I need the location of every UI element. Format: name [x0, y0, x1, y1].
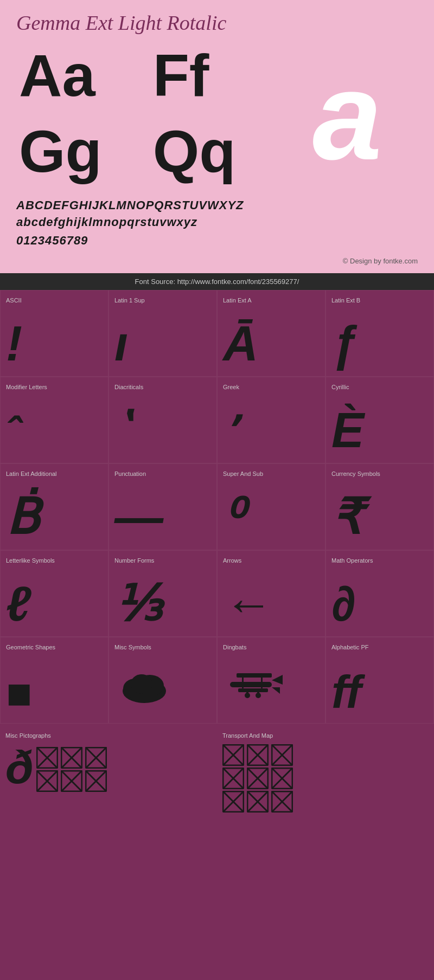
glyph-cell-geometric: Geometric Shapes ■	[0, 637, 108, 724]
glyph-label-dingbats: Dingbats	[223, 644, 246, 650]
glyph-cell-currency: Currency Symbols ₹	[326, 463, 434, 550]
font-title: Gemma Ext Light Rotalic	[16, 11, 418, 35]
glyph-label-latinextb: Latin Ext B	[331, 297, 360, 304]
big-letter: a	[312, 54, 382, 178]
glyph-cell-supersub: Super And Sub ⁰	[217, 463, 326, 550]
glyph-char-mathops: ∂	[331, 579, 355, 628]
glyph-char-numberforms: ⅓	[114, 579, 162, 628]
svg-rect-5	[237, 673, 272, 678]
misc-symbols-glyph	[114, 661, 174, 707]
glyph-cell-alphabeticpf: Alphabetic PF ff	[326, 637, 434, 724]
svg-rect-6	[238, 688, 268, 692]
glyph-label-latinextadd: Latin Ext Additional	[6, 470, 57, 477]
svg-marker-9	[272, 675, 283, 685]
svg-point-11	[230, 682, 235, 687]
glyph-char-ascii: !	[6, 319, 22, 368]
big-letter-display: a	[277, 40, 418, 192]
glyph-cell-misc-symbols: Misc Symbols	[108, 637, 217, 724]
svg-rect-7	[242, 673, 244, 688]
letter-pair-gg: Gg	[16, 116, 150, 192]
glyph-char-geometric: ■	[6, 672, 32, 715]
glyph-label-cyrillic: Cyrillic	[331, 384, 349, 390]
transport-grid	[222, 744, 429, 789]
bottom-glyph-row: Misc Pictographs ð Transport And Map	[0, 724, 434, 815]
glyph-char-modifier: ˆ	[6, 411, 21, 455]
svg-rect-4	[231, 682, 272, 687]
uppercase-alphabet: ABCDEFGHIJKLMNOPQRSTUVWXYZ	[16, 197, 418, 214]
svg-point-3	[131, 674, 152, 694]
transport-and-map-section: Transport And Map	[217, 728, 434, 815]
glyph-cell-numberforms: Number Forms ⅓	[108, 550, 217, 637]
glyph-char-supersub: ⁰	[223, 493, 242, 541]
glyph-char-diacriticals: ʽ	[114, 411, 128, 455]
glyph-label-numberforms: Number Forms	[114, 557, 154, 564]
source-text: Font Source: http://www.fontke.com/font/…	[135, 278, 299, 286]
glyph-char-alphabeticpf: ff	[331, 669, 361, 715]
glyph-cell-latinexta: Latin Ext A Ā	[217, 290, 326, 377]
glyph-cell-diacriticals: Diacriticals ʽ	[108, 377, 217, 463]
glyph-grid: ASCII ! Latin 1 Sup ı Latin Ext A Ā Lati…	[0, 290, 434, 724]
glyph-cell-letterlike: Letterlike Symbols ℓ	[0, 550, 108, 637]
glyph-label-greek: Greek	[223, 384, 239, 390]
glyph-label-latin1sup: Latin 1 Sup	[114, 297, 145, 304]
glyph-label-arrows: Arrows	[223, 557, 241, 564]
glyph-cell-greek: Greek ʼ	[217, 377, 326, 463]
letter-pair-ff: Ff	[150, 40, 284, 116]
glyph-label-misc-symbols: Misc Symbols	[114, 644, 151, 650]
glyph-char-greek: ʼ	[223, 411, 237, 455]
svg-rect-8	[261, 673, 263, 688]
transport-label: Transport And Map	[222, 732, 429, 739]
glyph-char-latinexta: Ā	[223, 319, 258, 368]
glyph-char-currency: ₹	[331, 493, 362, 541]
glyph-label-alphabeticpf: Alphabetic PF	[331, 644, 368, 650]
glyph-label-diacriticals: Diacriticals	[114, 384, 143, 390]
glyph-label-supersub: Super And Sub	[223, 470, 263, 477]
glyph-cell-latin1sup: Latin 1 Sup ı	[108, 290, 217, 377]
glyph-label-modifier: Modifier Letters	[6, 384, 47, 390]
alphabet-display: ABCDEFGHIJKLMNOPQRSTUVWXYZ abcdefghijklm…	[16, 195, 418, 253]
glyph-label-mathops: Math Operators	[331, 557, 373, 564]
credit-text: © Design by fontke.com	[16, 253, 418, 268]
letter-pair-qq: Qq	[150, 116, 284, 192]
glyph-char-latinextadd: Ḃ	[6, 493, 40, 541]
glyph-label-letterlike: Letterlike Symbols	[6, 557, 55, 564]
source-bar: Font Source: http://www.fontke.com/font/…	[0, 273, 434, 290]
glyph-cell-arrows: Arrows ←	[217, 550, 326, 637]
glyph-label-currency: Currency Symbols	[331, 470, 380, 477]
glyph-cell-latinextadd: Latin Ext Additional Ḃ	[0, 463, 108, 550]
glyph-cell-modifier: Modifier Letters ˆ	[0, 377, 108, 463]
glyph-char-punctuation: —	[114, 493, 163, 541]
svg-marker-10	[272, 687, 280, 694]
glyph-char-letterlike: ℓ	[6, 579, 31, 628]
font-preview-section: Gemma Ext Light Rotalic Aa Ff Gg Qq a AB…	[0, 0, 434, 273]
misc-pictographs-label: Misc Pictographs	[5, 732, 212, 739]
pictograph-grid	[36, 747, 108, 792]
letter-pair-aa: Aa	[16, 40, 150, 116]
glyph-cell-latinextb: Latin Ext B ƒ	[326, 290, 434, 377]
glyph-cell-ascii: ASCII !	[0, 290, 108, 377]
dingbats-glyph	[223, 661, 288, 712]
letter-showcase: Aa Ff Gg Qq a	[16, 40, 418, 192]
numbers-display: 0123456789	[16, 231, 418, 250]
svg-rect-14	[246, 692, 248, 696]
misc-pictographs-section: Misc Pictographs ð	[0, 728, 217, 815]
glyph-cell-dingbats: Dingbats	[217, 637, 326, 724]
glyph-char-latin1sup: ı	[114, 319, 128, 368]
glyph-cell-mathops: Math Operators ∂	[326, 550, 434, 637]
glyph-cell-punctuation: Punctuation —	[108, 463, 217, 550]
transport-grid-2	[222, 791, 429, 813]
glyph-label-geometric: Geometric Shapes	[6, 644, 55, 650]
glyph-label-ascii: ASCII	[6, 297, 22, 304]
glyph-label-punctuation: Punctuation	[114, 470, 146, 477]
glyph-char-arrows: ←	[223, 579, 272, 628]
pictograph-char: ð	[5, 744, 34, 790]
glyph-label-latinexta: Latin Ext A	[223, 297, 252, 304]
misc-pictographs-glyphs: ð	[5, 744, 212, 792]
lowercase-alphabet: abcdefghijklmnopqrstuvwxyz	[16, 214, 418, 231]
svg-rect-15	[257, 692, 259, 696]
bottom-padding	[0, 815, 434, 848]
glyph-char-cyrillic: È	[331, 406, 364, 455]
glyph-char-latinextb: ƒ	[331, 319, 359, 368]
glyph-cell-cyrillic: Cyrillic È	[326, 377, 434, 463]
